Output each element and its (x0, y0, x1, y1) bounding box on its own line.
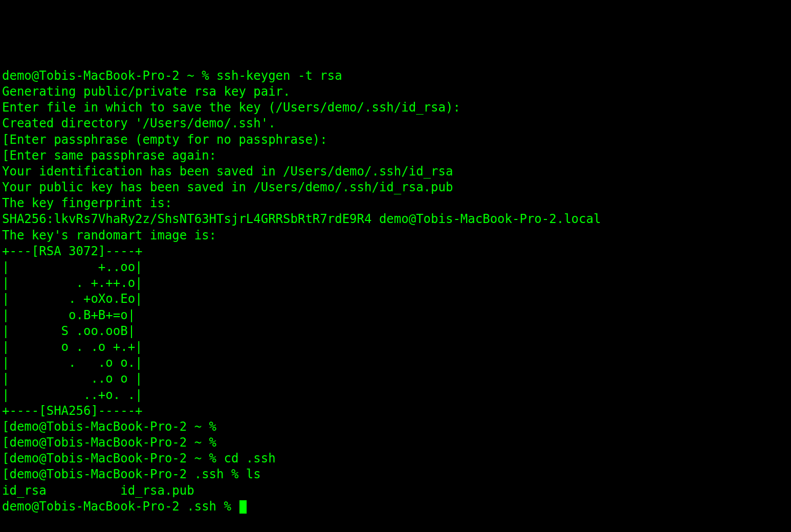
terminal-line: +---[RSA 3072]----+ (2, 243, 789, 259)
terminal-line: | o . .o +.+| (2, 339, 789, 355)
terminal-line: | S .oo.ooB| (2, 323, 789, 339)
terminal-line: Your identification has been saved in /U… (2, 164, 789, 180)
terminal-line: SHA256:lkvRs7VhaRy2z/ShsNT63HTsjrL4GRRSb… (2, 211, 789, 227)
terminal-prompt: demo@Tobis-MacBook-Pro-2 .ssh % (2, 499, 238, 514)
terminal-line: [demo@Tobis-MacBook-Pro-2 ~ % (2, 419, 789, 435)
terminal-line: [Enter passphrase (empty for no passphra… (2, 132, 789, 148)
terminal-line: id_rsa id_rsa.pub (2, 483, 789, 499)
terminal-line: [Enter same passphrase again: (2, 148, 789, 164)
terminal-line: | +..oo| (2, 259, 789, 275)
terminal-line: | . .o o.| (2, 355, 789, 371)
terminal-line: | ..+o. .| (2, 387, 789, 403)
terminal-line: +----[SHA256]-----+ (2, 403, 789, 419)
terminal-line: | o.B+B+=o| (2, 307, 789, 323)
terminal-line: Your public key has been saved in /Users… (2, 180, 789, 195)
terminal-line: The key's randomart image is: (2, 228, 789, 243)
terminal-line: Created directory '/Users/demo/.ssh'. (2, 116, 789, 131)
terminal-line: demo@Tobis-MacBook-Pro-2 ~ % ssh-keygen … (2, 68, 789, 84)
terminal-line: [demo@Tobis-MacBook-Pro-2 ~ % (2, 435, 789, 451)
terminal-output[interactable]: demo@Tobis-MacBook-Pro-2 ~ % ssh-keygen … (2, 68, 789, 515)
terminal-line: [demo@Tobis-MacBook-Pro-2 .ssh % ls (2, 467, 789, 482)
terminal-line: [demo@Tobis-MacBook-Pro-2 ~ % cd .ssh (2, 451, 789, 467)
terminal-line: | . +oXo.Eo| (2, 291, 789, 307)
terminal-line: | ..o o | (2, 371, 789, 387)
terminal-line: Enter file in which to save the key (/Us… (2, 100, 789, 116)
terminal-prompt-line[interactable]: demo@Tobis-MacBook-Pro-2 .ssh % (2, 499, 789, 515)
terminal-line: | . +.++.o| (2, 275, 789, 291)
terminal-line: Generating public/private rsa key pair. (2, 84, 789, 100)
cursor-icon (239, 500, 247, 514)
terminal-line: The key fingerprint is: (2, 195, 789, 211)
